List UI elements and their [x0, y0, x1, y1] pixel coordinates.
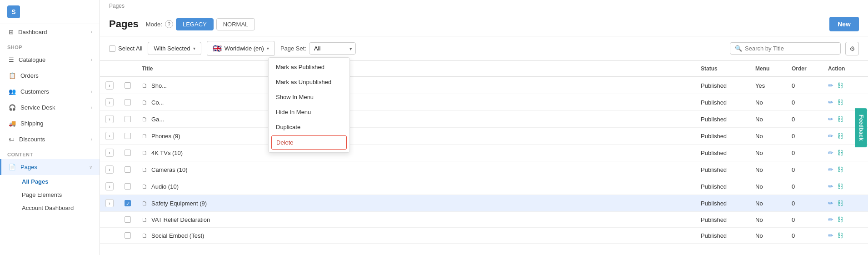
- row-checkbox[interactable]: [125, 133, 131, 139]
- page-title: Pages: [109, 18, 139, 30]
- mode-legacy-button[interactable]: LEGACY: [176, 18, 214, 30]
- row-menu: No: [750, 94, 786, 111]
- row-checkbox[interactable]: [125, 183, 131, 190]
- link-icon[interactable]: ⛓: [837, 132, 843, 140]
- sidebar-item-pages[interactable]: 📄 Pages ∨: [0, 159, 100, 175]
- feedback-tab[interactable]: Feedback: [855, 108, 867, 147]
- row-title: Cameras (10): [151, 166, 187, 173]
- sidebar-item-dashboard[interactable]: ⊞ Dashboard ›: [0, 24, 100, 40]
- service-desk-icon: 🎧: [9, 104, 16, 111]
- with-selected-dropdown[interactable]: With Selected ▾: [148, 42, 201, 55]
- expand-button[interactable]: ›: [105, 149, 114, 157]
- menu-item-delete[interactable]: Delete: [271, 135, 347, 150]
- main-content: Pages Pages Mode: ? LEGACY NORMAL New Se…: [100, 0, 868, 255]
- row-checkbox[interactable]: [125, 216, 131, 223]
- search-input[interactable]: [745, 45, 836, 52]
- row-checkbox[interactable]: [125, 116, 131, 122]
- sidebar-item-service-desk[interactable]: 🎧 Service Desk ›: [0, 100, 100, 115]
- col-action: Action: [823, 61, 868, 77]
- discounts-icon: 🏷: [9, 136, 15, 143]
- row-checkbox[interactable]: [125, 166, 131, 173]
- edit-icon[interactable]: ✏: [828, 183, 833, 190]
- chevron-right-icon: ›: [91, 137, 92, 142]
- sidebar-item-label: Customers: [20, 88, 49, 95]
- expand-button[interactable]: ›: [105, 115, 114, 123]
- link-icon[interactable]: ⛓: [837, 183, 843, 190]
- page-icon: 🗋: [142, 116, 148, 123]
- expand-button[interactable]: ›: [105, 165, 114, 174]
- new-button[interactable]: New: [829, 17, 859, 31]
- sidebar-item-label: Service Desk: [20, 104, 55, 111]
- edit-icon[interactable]: ✏: [828, 149, 833, 156]
- mode-help-button[interactable]: ?: [165, 20, 173, 28]
- search-icon: 🔍: [735, 45, 742, 52]
- menu-item-hide-in-menu[interactable]: Hide In Menu: [269, 105, 349, 120]
- link-icon[interactable]: ⛓: [837, 200, 843, 207]
- chevron-right-icon: ›: [91, 30, 92, 35]
- sidebar-item-shipping[interactable]: 🚚 Shipping: [0, 115, 100, 131]
- menu-item-show-in-menu[interactable]: Show In Menu: [269, 90, 349, 105]
- flag-icon: 🇬🇧: [213, 44, 222, 53]
- edit-icon[interactable]: ✏: [828, 200, 833, 207]
- row-title: Phones (9): [151, 133, 180, 140]
- sidebar-item-discounts[interactable]: 🏷 Discounts ›: [0, 131, 100, 147]
- link-icon[interactable]: ⛓: [837, 99, 843, 106]
- link-icon[interactable]: ⛓: [837, 232, 843, 239]
- page-set-area: Page Set: All Primary Secondary: [280, 42, 356, 55]
- menu-item-duplicate[interactable]: Duplicate: [269, 120, 349, 135]
- menu-item-mark-published[interactable]: Mark as Published: [269, 60, 349, 75]
- locale-dropdown[interactable]: 🇬🇧 Worldwide (en) ▾: [207, 41, 275, 56]
- sidebar-sub-item-all-pages[interactable]: All Pages: [0, 175, 100, 188]
- edit-icon[interactable]: ✏: [828, 115, 833, 123]
- link-icon[interactable]: ⛓: [837, 149, 843, 156]
- toolbar: Select All With Selected ▾ Mark as Publi…: [100, 36, 868, 61]
- sidebar-item-orders[interactable]: 📋 Orders: [0, 68, 100, 84]
- link-icon[interactable]: ⛓: [837, 82, 843, 89]
- link-icon[interactable]: ⛓: [837, 216, 843, 223]
- table-row: ›🗋Phones (9)PublishedNo0 ✏ ⛓: [100, 128, 868, 145]
- title-cell: 🗋Safety Equipment (9): [142, 200, 690, 207]
- edit-icon[interactable]: ✏: [828, 232, 833, 239]
- row-order: 0: [786, 77, 823, 94]
- expand-button[interactable]: ›: [105, 98, 114, 106]
- sidebar-logo[interactable]: S: [0, 0, 100, 24]
- page-icon: 🗋: [142, 133, 148, 140]
- sidebar-item-catalogue[interactable]: ☰ Catalogue ›: [0, 52, 100, 68]
- expand-button[interactable]: ›: [105, 182, 114, 190]
- menu-item-mark-unpublished[interactable]: Mark as Unpublished: [269, 75, 349, 90]
- page-set-select[interactable]: All Primary Secondary: [309, 42, 356, 55]
- sidebar-item-customers[interactable]: 👥 Customers ›: [0, 84, 100, 100]
- row-checkbox[interactable]: [125, 82, 131, 89]
- link-icon[interactable]: ⛓: [837, 115, 843, 123]
- select-all-checkbox[interactable]: [109, 45, 115, 52]
- expand-button[interactable]: ›: [105, 81, 114, 90]
- select-all-checkbox-label[interactable]: Select All: [109, 45, 142, 52]
- dashboard-icon: ⊞: [9, 29, 14, 35]
- locale-label: Worldwide (en): [224, 45, 264, 52]
- edit-icon[interactable]: ✏: [828, 216, 833, 223]
- row-menu: No: [750, 161, 786, 178]
- edit-icon[interactable]: ✏: [828, 132, 833, 140]
- sidebar-sub-item-page-elements[interactable]: Page Elements: [0, 188, 100, 201]
- action-icons: ✏ ⛓: [828, 149, 863, 156]
- expand-button[interactable]: ›: [105, 199, 114, 207]
- page-header: Pages Mode: ? LEGACY NORMAL New: [100, 12, 868, 36]
- row-menu: No: [750, 178, 786, 195]
- link-icon[interactable]: ⛓: [837, 166, 843, 173]
- row-menu: No: [750, 111, 786, 128]
- edit-icon[interactable]: ✏: [828, 82, 833, 89]
- settings-button[interactable]: ⚙: [845, 42, 859, 55]
- row-checkbox[interactable]: [125, 232, 131, 239]
- row-checkbox[interactable]: [125, 99, 131, 105]
- search-box[interactable]: 🔍: [730, 42, 841, 55]
- edit-icon[interactable]: ✏: [828, 166, 833, 173]
- row-checkbox[interactable]: [125, 150, 131, 156]
- expand-button[interactable]: ›: [105, 132, 114, 140]
- action-icons: ✏ ⛓: [828, 216, 863, 223]
- action-icons: ✏ ⛓: [828, 166, 863, 173]
- row-checkbox[interactable]: ✓: [125, 200, 131, 206]
- mode-normal-button[interactable]: NORMAL: [216, 18, 255, 30]
- row-menu: No: [750, 228, 786, 244]
- sidebar-sub-item-account-dashboard[interactable]: Account Dashboard: [0, 201, 100, 215]
- edit-icon[interactable]: ✏: [828, 99, 833, 106]
